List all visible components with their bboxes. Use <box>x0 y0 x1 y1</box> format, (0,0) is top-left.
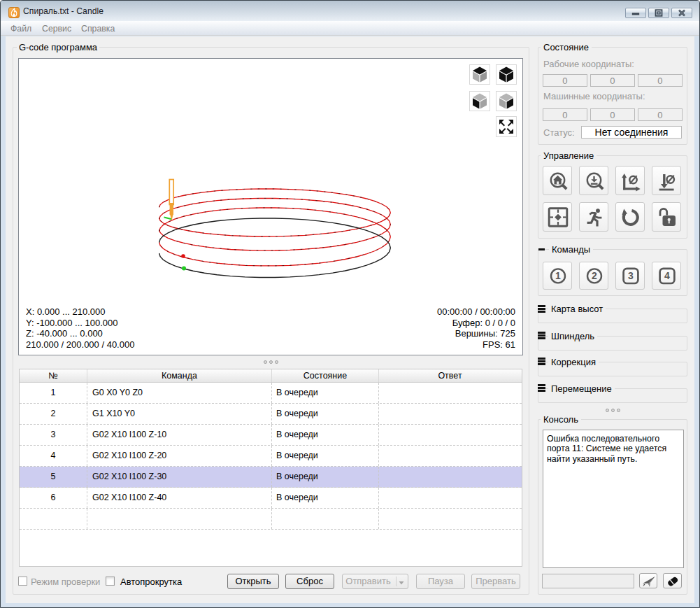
svg-text:3: 3 <box>628 270 634 281</box>
svg-text:1: 1 <box>555 270 561 281</box>
svg-text:2: 2 <box>592 270 597 281</box>
svg-text:4: 4 <box>664 270 670 281</box>
